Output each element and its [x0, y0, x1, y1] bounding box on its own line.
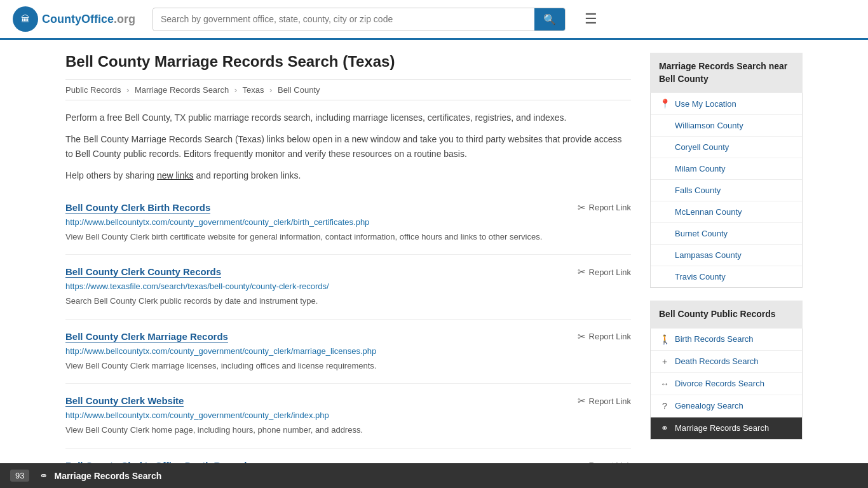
sidebar-nearby-list: 📍Use My LocationWilliamson CountyCoryell…: [650, 93, 803, 288]
record-desc: View Bell County Clerk birth certificate…: [65, 231, 631, 243]
search-input[interactable]: [153, 9, 534, 29]
sidebar-public-item: ?Genealogy Search: [651, 395, 802, 417]
breadcrumb-texas[interactable]: Texas: [243, 85, 264, 95]
rings-icon: ⚭: [660, 423, 670, 433]
sidebar-nearby-item: Burnet County: [651, 223, 802, 245]
sidebar-county-link[interactable]: Burnet County: [651, 223, 802, 244]
search-bar: 🔍: [153, 8, 566, 31]
record-entry: Bell County Clerk Birth Records ✂ Report…: [65, 191, 631, 255]
record-title[interactable]: Bell County Clerk Website: [65, 395, 184, 407]
sidebar-nearby-item: Williamson County: [651, 115, 802, 137]
sidebar-public-link[interactable]: 🚶Birth Records Search: [651, 329, 802, 350]
breadcrumb-sep-3: ›: [269, 85, 272, 95]
intro-text-3: Help others by sharing new links and rep…: [65, 168, 631, 182]
records-list: Bell County Clerk Birth Records ✂ Report…: [65, 191, 631, 488]
bottom-bar: 93 ⚭ Marriage Records Search: [0, 463, 868, 488]
intro-text-1: Perform a free Bell County, TX public ma…: [65, 111, 631, 125]
sidebar-public-item: +Death Records Search: [651, 351, 802, 373]
person-icon: 🚶: [660, 334, 670, 344]
sidebar-public-header: Bell County Public Records: [650, 301, 803, 329]
scissors-icon: ✂: [578, 331, 586, 342]
record-title[interactable]: Bell County Clerk County Records: [65, 266, 221, 278]
sidebar-county-link[interactable]: Falls County: [651, 180, 802, 201]
sidebar-public-item: ↔Divorce Records Search: [651, 373, 802, 395]
logo-icon: 🏛: [13, 6, 38, 32]
use-my-location[interactable]: 📍Use My Location: [651, 93, 802, 114]
record-title[interactable]: Bell County Clerk Marriage Records: [65, 331, 228, 342]
rings-icon: ⚭: [39, 470, 48, 482]
scissors-icon: ✂: [578, 266, 586, 278]
main-container: Bell County Marriage Records Search (Tex…: [53, 40, 815, 488]
sidebar-county-link[interactable]: Travis County: [651, 266, 802, 287]
logo-text: CountyOffice.org: [42, 13, 135, 26]
bottom-bar-count: 93: [10, 470, 29, 482]
sidebar-county-link[interactable]: Williamson County: [651, 115, 802, 136]
content-area: Bell County Marriage Records Search (Tex…: [65, 53, 631, 488]
breadcrumb-marriage-records[interactable]: Marriage Records Search: [135, 85, 229, 95]
record-desc: View Bell County Clerk marriage licenses…: [65, 360, 631, 372]
sidebar-nearby-item: McLennan County: [651, 201, 802, 223]
record-entry: Bell County Clerk County Records ✂ Repor…: [65, 255, 631, 320]
breadcrumb-sep-1: ›: [126, 85, 129, 95]
sidebar-nearby-item: Coryell County: [651, 137, 802, 158]
sidebar-public-link[interactable]: ?Genealogy Search: [651, 395, 802, 417]
record-entry: Bell County Clerk Website ✂ Report Link …: [65, 384, 631, 449]
menu-button[interactable]: ☰: [585, 11, 597, 27]
report-link-button[interactable]: ✂ Report Link: [578, 395, 631, 407]
record-title[interactable]: Bell County Clerk Birth Records: [65, 202, 210, 214]
arrows-icon: ↔: [660, 379, 670, 389]
question-icon: ?: [660, 401, 670, 411]
logo: 🏛 CountyOffice.org: [13, 6, 140, 32]
intro-text-2: The Bell County Marriage Records Search …: [65, 132, 631, 161]
cross-icon: +: [660, 356, 670, 367]
breadcrumb: Public Records › Marriage Records Search…: [65, 79, 631, 100]
breadcrumb-bell-county[interactable]: Bell County: [278, 85, 320, 95]
sidebar-public-item: ⚭Marriage Records Search: [651, 417, 802, 439]
sidebar-county-link[interactable]: Milam County: [651, 158, 802, 179]
record-url[interactable]: http://www.bellcountytx.com/county_gover…: [65, 217, 631, 227]
record-url[interactable]: http://www.bellcountytx.com/county_gover…: [65, 410, 631, 420]
sidebar-nearby-section: Marriage Records Search near Bell County…: [650, 53, 803, 288]
sidebar-county-link[interactable]: Coryell County: [651, 137, 802, 158]
sidebar-nearby-item: Lampasas County: [651, 245, 802, 266]
sidebar: Marriage Records Search near Bell County…: [650, 53, 803, 488]
report-link-button[interactable]: ✂ Report Link: [578, 266, 631, 278]
breadcrumb-sep-2: ›: [234, 85, 237, 95]
sidebar-public-item: 🚶Birth Records Search: [651, 329, 802, 351]
sidebar-public-list: 🚶Birth Records Search+Death Records Sear…: [650, 329, 803, 440]
sidebar-nearby-header: Marriage Records Search near Bell County: [650, 53, 803, 93]
scissors-icon: ✂: [578, 202, 586, 214]
bottom-bar-label: Marriage Records Search: [54, 471, 161, 481]
sidebar-nearby-item: Milam County: [651, 158, 802, 180]
record-url[interactable]: http://www.bellcountytx.com/county_gover…: [65, 346, 631, 356]
search-button[interactable]: 🔍: [534, 8, 565, 30]
pin-icon: 📍: [660, 98, 670, 109]
header: 🏛 CountyOffice.org 🔍 ☰: [0, 0, 868, 40]
sidebar-public-link[interactable]: ↔Divorce Records Search: [651, 373, 802, 395]
sidebar-public-link[interactable]: +Death Records Search: [651, 351, 802, 372]
record-url[interactable]: https://www.texasfile.com/search/texas/b…: [65, 281, 631, 291]
page-title: Bell County Marriage Records Search (Tex…: [65, 53, 631, 71]
scissors-icon: ✂: [578, 395, 586, 407]
record-entry: Bell County Clerk Marriage Records ✂ Rep…: [65, 320, 631, 384]
record-desc: Search Bell County Clerk public records …: [65, 295, 631, 308]
breadcrumb-public-records[interactable]: Public Records: [65, 85, 121, 95]
sidebar-nearby-item: Travis County: [651, 266, 802, 287]
sidebar-county-link[interactable]: Lampasas County: [651, 245, 802, 266]
record-desc: View Bell County Clerk home page, includ…: [65, 424, 631, 437]
sidebar-public-link[interactable]: ⚭Marriage Records Search: [651, 417, 802, 439]
report-link-button[interactable]: ✂ Report Link: [578, 331, 631, 342]
report-link-button[interactable]: ✂ Report Link: [578, 202, 631, 214]
sidebar-nearby-item: Falls County: [651, 180, 802, 201]
new-links-link[interactable]: new links: [157, 170, 194, 180]
sidebar-public-section: Bell County Public Records 🚶Birth Record…: [650, 301, 803, 440]
svg-text:🏛: 🏛: [21, 14, 30, 24]
sidebar-county-link[interactable]: McLennan County: [651, 201, 802, 222]
